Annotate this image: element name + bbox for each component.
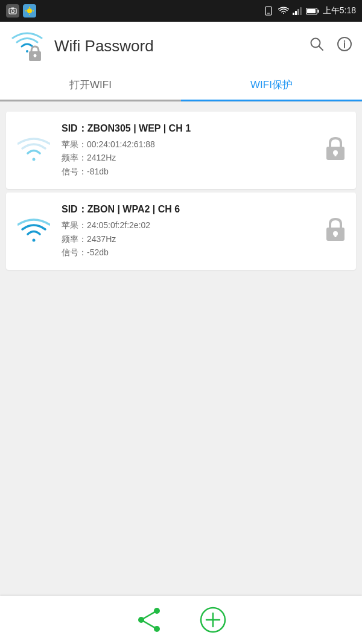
search-button[interactable]	[309, 36, 325, 56]
wifi-icon-2	[16, 217, 52, 245]
header-actions	[309, 36, 352, 56]
app-title: Wifi Password	[54, 37, 299, 56]
network-signal-1: 信号：-81db	[62, 165, 315, 178]
share-button[interactable]	[135, 606, 163, 634]
network-list: SID：ZBON305 | WEP | CH 1 苹果：00:24:01:42:…	[0, 102, 362, 596]
network-item-1[interactable]: SID：ZBON305 | WEP | CH 1 苹果：00:24:01:42:…	[6, 112, 356, 189]
lock-icon-1[interactable]	[325, 136, 346, 165]
app-logo	[10, 28, 45, 63]
tab-open-wifi[interactable]: 打开WIFI	[0, 70, 181, 101]
svg-rect-0	[9, 8, 16, 14]
tabs-container: 打开WIFI WIFI保护	[0, 70, 362, 102]
status-bar: 上午5:18	[0, 0, 362, 22]
status-left-icons	[6, 4, 36, 18]
svg-point-24	[344, 40, 345, 42]
network-item-2[interactable]: SID：ZBON | WPA2 | CH 6 苹果：24:05:0f:2f:2e…	[6, 193, 356, 270]
svg-point-3	[27, 8, 32, 13]
status-right-icons: 上午5:18	[265, 5, 356, 16]
lock-icon-2[interactable]	[325, 217, 346, 246]
network-freq-1: 频率：2412Hz	[62, 151, 315, 164]
status-time: 上午5:18	[323, 5, 356, 16]
svg-rect-15	[317, 10, 319, 13]
info-button[interactable]	[337, 36, 352, 56]
network-freq-2: 频率：2437Hz	[62, 232, 315, 246]
svg-point-1	[11, 10, 14, 13]
wifi-icon-1	[16, 136, 52, 164]
svg-line-35	[141, 620, 157, 629]
network-apple-1: 苹果：00:24:01:42:61:88	[62, 138, 315, 151]
weather-icon	[23, 4, 36, 18]
bottom-bar	[0, 596, 362, 644]
svg-rect-16	[307, 9, 316, 13]
svg-rect-10	[293, 13, 294, 15]
app-header: Wifi Password	[0, 22, 362, 70]
network-signal-2: 信号：-52db	[62, 246, 315, 259]
svg-rect-19	[34, 55, 36, 57]
network-info-1: SID：ZBON305 | WEP | CH 1 苹果：00:24:01:42:…	[62, 123, 315, 178]
tab-wifi-protect[interactable]: WIFI保护	[181, 70, 362, 101]
svg-rect-13	[300, 7, 302, 15]
add-button[interactable]	[199, 606, 227, 634]
svg-line-21	[319, 46, 323, 51]
svg-rect-8	[265, 7, 272, 15]
camera-icon	[6, 4, 19, 18]
svg-rect-11	[295, 11, 297, 15]
svg-line-34	[141, 611, 157, 620]
svg-rect-30	[335, 234, 337, 237]
network-sid-2: SID：ZBON | WPA2 | CH 6	[62, 203, 315, 216]
svg-rect-12	[297, 9, 299, 15]
network-apple-2: 苹果：24:05:0f:2f:2e:02	[62, 218, 315, 232]
network-sid-1: SID：ZBON305 | WEP | CH 1	[62, 123, 315, 135]
network-info-2: SID：ZBON | WPA2 | CH 6 苹果：24:05:0f:2f:2e…	[62, 203, 315, 259]
svg-rect-2	[11, 8, 14, 9]
svg-rect-27	[335, 153, 337, 156]
